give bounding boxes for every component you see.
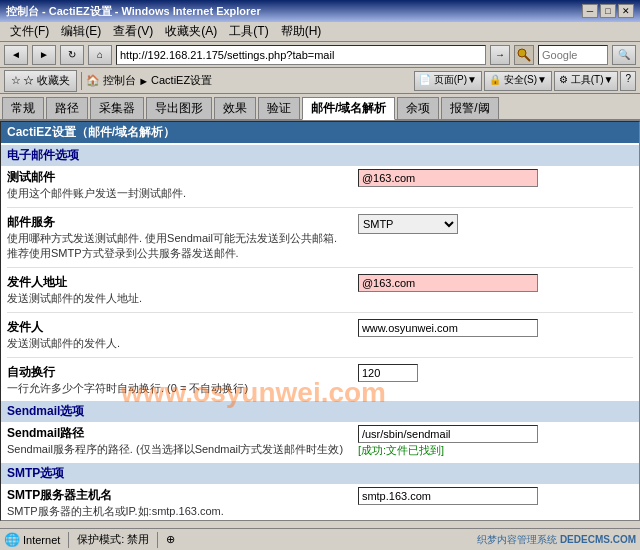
title-bar: 控制台 - CactiEZ设置 - Windows Internet Explo…	[0, 0, 640, 22]
tabs-container: 常规 路径 采集器 导出图形 效果 验证 邮件/域名解析 余项 报警/阈	[0, 94, 640, 121]
favorites-button[interactable]: ☆ ☆ 收藏夹	[4, 70, 77, 92]
tools-icon: ⚙	[559, 74, 568, 85]
page-icon: 📄	[419, 74, 431, 85]
go-button[interactable]: →	[490, 45, 510, 65]
content-area: www.osyunwei.com CactiEZ设置（邮件/域名解析） 电子邮件…	[0, 121, 640, 521]
email-form-table: 测试邮件 使用这个邮件账户发送一封测试邮件. 邮件服务 使用哪种方式发送测试邮件…	[1, 166, 639, 399]
field-test-email: 测试邮件 使用这个邮件账户发送一封测试邮件.	[1, 166, 639, 204]
wordwrap-input[interactable]	[358, 364, 418, 382]
test-email-input[interactable]	[358, 169, 538, 187]
tab-paths[interactable]: 路径	[46, 97, 88, 119]
status-separator-1	[68, 532, 69, 548]
protection-label: 保护模式: 禁用	[77, 532, 149, 547]
tab-misc[interactable]: 余项	[397, 97, 439, 119]
field-from-name: 发件人 发送测试邮件的发件人.	[1, 316, 639, 354]
section-sendmail-header: Sendmail选项	[1, 401, 639, 422]
sendmail-path-desc: Sendmail服务程序的路径. (仅当选择以Sendmail方式发送邮件时生效…	[7, 442, 346, 457]
maximize-button[interactable]: □	[600, 4, 616, 18]
status-separator-2	[157, 532, 158, 548]
star-icon: ☆	[11, 74, 21, 87]
section-smtp-header: SMTP选项	[1, 463, 639, 484]
mail-service-label: 邮件服务	[7, 214, 346, 231]
sendmail-path-label: Sendmail路径	[7, 425, 346, 442]
status-bar: 🌐 Internet 保护模式: 禁用 ⊕ 织梦内容管理系统 DEDECMS.C…	[0, 528, 640, 550]
field-smtp-host: SMTP服务器主机名 SMTP服务器的主机名或IP.如:smtp.163.com…	[1, 484, 639, 521]
svg-line-1	[525, 56, 530, 61]
smtp-host-desc: SMTP服务器的主机名或IP.如:smtp.163.com.	[7, 504, 346, 519]
field-mail-service: 邮件服务 使用哪种方式发送测试邮件. 使用Sendmail可能无法发送到公共邮箱…	[1, 211, 639, 264]
refresh-button[interactable]: ↻	[60, 45, 84, 65]
tab-poller[interactable]: 采集器	[90, 97, 144, 119]
search-button[interactable]: 🔍	[612, 45, 636, 65]
home-button[interactable]: ⌂	[88, 45, 112, 65]
smtp-form-table: SMTP服务器主机名 SMTP服务器的主机名或IP.如:smtp.163.com…	[1, 484, 639, 521]
tab-export[interactable]: 导出图形	[146, 97, 212, 119]
forward-button[interactable]: ►	[32, 45, 56, 65]
menu-favorites[interactable]: 收藏夹(A)	[159, 21, 223, 42]
window-controls: ─ □ ✕	[582, 4, 634, 18]
breadcrumb-separator: ►	[138, 75, 149, 87]
tab-general[interactable]: 常规	[2, 97, 44, 119]
menu-bar: 文件(F) 编辑(E) 查看(V) 收藏夹(A) 工具(T) 帮助(H)	[0, 22, 640, 42]
field-from-address: 发件人地址 发送测试邮件的发件人地址.	[1, 271, 639, 309]
tab-auth[interactable]: 验证	[258, 97, 300, 119]
from-name-desc: 发送测试邮件的发件人.	[7, 336, 346, 351]
internet-icon: 🌐	[4, 532, 20, 547]
tab-mail[interactable]: 邮件/域名解析	[302, 97, 395, 120]
smtp-host-input[interactable]	[358, 487, 538, 505]
search-engine-icon	[514, 45, 534, 65]
mail-service-select[interactable]: SMTP Sendmail PHP Mail	[358, 214, 458, 234]
menu-help[interactable]: 帮助(H)	[275, 21, 328, 42]
status-internet: 🌐 Internet	[4, 532, 60, 547]
field-wordwrap: 自动换行 一行允许多少个字符时自动换行. (0 = 不自动换行)	[1, 361, 639, 399]
test-email-desc: 使用这个邮件账户发送一封测试邮件.	[7, 186, 346, 201]
breadcrumb-item-1[interactable]: 🏠 控制台	[86, 73, 136, 88]
tab-alerts[interactable]: 报警/阈	[441, 97, 498, 119]
window-title: 控制台 - CactiEZ设置 - Windows Internet Explo…	[6, 4, 261, 19]
tools-button[interactable]: ⚙ 工具(T)▼	[554, 71, 618, 91]
from-address-input[interactable]	[358, 274, 538, 292]
menu-edit[interactable]: 编辑(E)	[55, 21, 107, 42]
sendmail-form-table: Sendmail路径 Sendmail服务程序的路径. (仅当选择以Sendma…	[1, 422, 639, 461]
field-sendmail-path: Sendmail路径 Sendmail服务程序的路径. (仅当选择以Sendma…	[1, 422, 639, 461]
close-button[interactable]: ✕	[618, 4, 634, 18]
smtp-host-label: SMTP服务器主机名	[7, 487, 346, 504]
page-header: CactiEZ设置（邮件/域名解析）	[1, 122, 639, 143]
test-email-label: 测试邮件	[7, 169, 346, 186]
internet-label: Internet	[23, 534, 60, 546]
sendmail-path-input[interactable]	[358, 425, 538, 443]
address-bar: ◄ ► ↻ ⌂ → 🔍	[0, 42, 640, 68]
menu-file[interactable]: 文件(F)	[4, 21, 55, 42]
svg-point-0	[518, 49, 526, 57]
page-controls: 📄 页面(P)▼ 🔒 安全(S)▼ ⚙ 工具(T)▼ ?	[414, 71, 636, 91]
wordwrap-desc: 一行允许多少个字符时自动换行. (0 = 不自动换行)	[7, 381, 346, 396]
toolbar: ☆ ☆ 收藏夹 🏠 控制台 ► CactiEZ设置 📄 页面(P)▼ 🔒 安全(…	[0, 68, 640, 94]
zoom-button[interactable]: ⊕	[166, 533, 175, 546]
from-address-desc: 发送测试邮件的发件人地址.	[7, 291, 346, 306]
menu-tools[interactable]: 工具(T)	[223, 21, 274, 42]
address-input[interactable]	[116, 45, 486, 65]
safety-button[interactable]: 🔒 安全(S)▼	[484, 71, 552, 91]
page-button[interactable]: 📄 页面(P)▼	[414, 71, 482, 91]
from-name-input[interactable]	[358, 319, 538, 337]
from-name-label: 发件人	[7, 319, 346, 336]
tab-visual[interactable]: 效果	[214, 97, 256, 119]
section-email-header: 电子邮件选项	[1, 145, 639, 166]
minimize-button[interactable]: ─	[582, 4, 598, 18]
mail-service-desc: 使用哪种方式发送测试邮件. 使用Sendmail可能无法发送到公共邮箱.推荐使用…	[7, 231, 346, 261]
site-logo: 织梦内容管理系统 DEDECMS.COM	[477, 533, 636, 547]
safety-icon: 🔒	[489, 74, 501, 85]
from-address-label: 发件人地址	[7, 274, 346, 291]
search-input[interactable]	[538, 45, 608, 65]
back-button[interactable]: ◄	[4, 45, 28, 65]
menu-view[interactable]: 查看(V)	[107, 21, 159, 42]
sendmail-success-note: [成功:文件已找到]	[358, 443, 633, 458]
wordwrap-label: 自动换行	[7, 364, 346, 381]
breadcrumb-item-2: CactiEZ设置	[151, 73, 212, 88]
help-button[interactable]: ?	[620, 71, 636, 91]
house-icon: 🏠	[86, 74, 100, 86]
toolbar-separator	[81, 72, 82, 90]
